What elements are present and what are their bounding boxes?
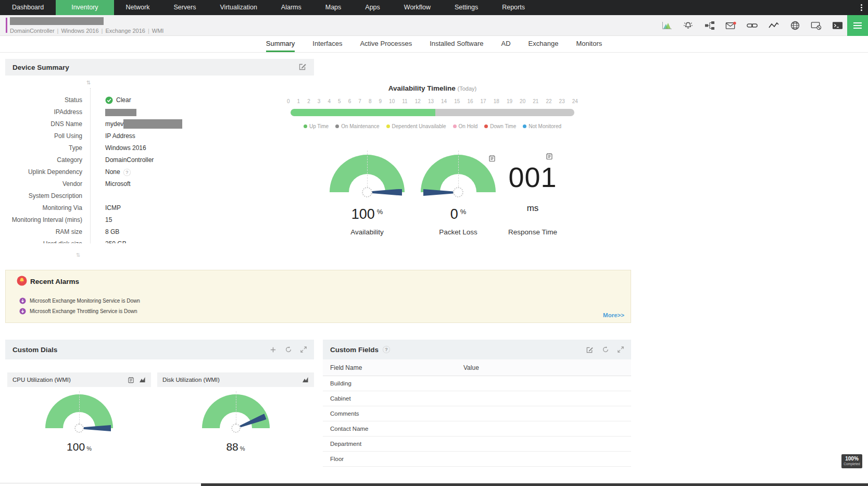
edit-icon[interactable] bbox=[298, 63, 307, 72]
legend-dot bbox=[386, 124, 390, 128]
device-header: DomainController|Windows 2016|Exchange 2… bbox=[0, 15, 868, 36]
nav-item-reports[interactable]: Reports bbox=[490, 0, 537, 15]
sparkline-icon[interactable] bbox=[768, 20, 779, 31]
hour-label: 5 bbox=[338, 98, 341, 104]
custom-dials-title: Custom Dials bbox=[12, 346, 57, 354]
tab-active-processes[interactable]: Active Processes bbox=[360, 36, 412, 52]
report-icon[interactable] bbox=[128, 377, 134, 383]
nav-item-dashboard[interactable]: Dashboard bbox=[0, 0, 56, 15]
kebab-menu-icon[interactable] bbox=[857, 0, 866, 15]
cpu-dial-value: 100% bbox=[7, 441, 151, 453]
nav-item-settings[interactable]: Settings bbox=[443, 0, 490, 15]
hamburger-menu-icon[interactable] bbox=[847, 15, 868, 36]
breadcrumb-item-category[interactable]: DomainController bbox=[10, 28, 55, 34]
hour-label: 17 bbox=[481, 98, 486, 104]
field-row-ipaddress: IPAddress bbox=[5, 106, 314, 118]
packet-loss-label: Packet Loss bbox=[421, 228, 496, 236]
legend-item: Down Time bbox=[484, 123, 516, 129]
cpu-dial-title: CPU Utilization (WMI) bbox=[12, 377, 71, 383]
horizontal-scrollbar[interactable] bbox=[201, 483, 868, 486]
tab-monitors[interactable]: Monitors bbox=[576, 36, 602, 52]
terminal-icon[interactable] bbox=[832, 20, 843, 31]
legend-item: Not Monitored bbox=[523, 123, 561, 129]
help-icon[interactable]: ? bbox=[383, 346, 390, 353]
refresh-icon[interactable] bbox=[285, 346, 292, 353]
help-icon[interactable]: ? bbox=[123, 169, 131, 176]
field-name: Department bbox=[323, 441, 463, 447]
column-field-name: Field Name bbox=[323, 364, 463, 371]
table-row: Comments bbox=[323, 406, 631, 421]
refresh-icon[interactable] bbox=[602, 346, 609, 353]
nav-item-servers[interactable]: Servers bbox=[161, 0, 208, 15]
hour-label: 23 bbox=[559, 98, 565, 104]
collapse-icon[interactable] bbox=[618, 346, 624, 353]
breadcrumb-item-app[interactable]: Exchange 2016 bbox=[105, 28, 145, 34]
custom-fields-header-row: Field Name Value bbox=[323, 359, 631, 376]
field-row-status: Status Clear bbox=[5, 94, 314, 106]
alarm-message[interactable]: Microsoft Exchange Throttling Service is… bbox=[30, 308, 137, 314]
nav-item-virtualization[interactable]: Virtualization bbox=[208, 0, 269, 15]
monitor-disabled-icon[interactable] bbox=[811, 20, 822, 31]
performance-graph-icon[interactable] bbox=[661, 20, 672, 31]
hour-label: 13 bbox=[428, 98, 434, 104]
availability-timeline-title: Availability Timeline (Today) bbox=[291, 84, 574, 92]
edit-icon[interactable] bbox=[586, 346, 594, 354]
field-row-dnsname: DNS Name mydev bbox=[5, 118, 314, 130]
field-name: Floor bbox=[323, 456, 463, 462]
alarm-bell-icon[interactable] bbox=[683, 20, 694, 31]
tab-exchange[interactable]: Exchange bbox=[529, 36, 559, 52]
nav-item-alarms[interactable]: Alarms bbox=[269, 0, 313, 15]
nav-item-network[interactable]: Network bbox=[114, 0, 162, 15]
gauge-centerline bbox=[458, 151, 459, 192]
breadcrumb-item-os[interactable]: Windows 2016 bbox=[61, 28, 98, 34]
globe-icon[interactable] bbox=[789, 20, 800, 31]
topology-icon[interactable] bbox=[704, 20, 715, 31]
collapse-handle-icon[interactable]: ⇅ bbox=[76, 252, 80, 258]
tab-interfaces[interactable]: Interfaces bbox=[312, 36, 342, 52]
alarm-row[interactable]: Microsoft Exchange Monitoring Service is… bbox=[19, 297, 140, 304]
table-row: Building bbox=[323, 376, 631, 391]
alarms-more-link[interactable]: More>> bbox=[603, 312, 624, 318]
hour-label: 14 bbox=[441, 98, 447, 104]
link-icon[interactable] bbox=[747, 20, 758, 31]
service-down-icon bbox=[19, 297, 26, 304]
hour-label: 18 bbox=[494, 98, 499, 104]
field-row-pollusing: Poll Using IP Address bbox=[5, 130, 314, 142]
hour-label: 10 bbox=[389, 98, 395, 104]
availability-timeline-bar[interactable] bbox=[291, 109, 574, 116]
custom-fields-title: Custom Fields bbox=[330, 346, 379, 354]
hour-label: 3 bbox=[318, 98, 321, 104]
gauge-centerline bbox=[236, 391, 236, 428]
collapse-icon[interactable] bbox=[300, 346, 307, 353]
nav-item-apps[interactable]: Apps bbox=[353, 0, 392, 15]
tab-summary[interactable]: Summary bbox=[266, 36, 295, 52]
nav-item-inventory[interactable]: Inventory bbox=[56, 0, 114, 15]
chart-icon[interactable] bbox=[140, 377, 146, 382]
nav-item-workflow[interactable]: Workflow bbox=[392, 0, 443, 15]
table-row: Department bbox=[323, 437, 631, 452]
response-time-unit: ms bbox=[488, 203, 577, 214]
resize-handle-icon[interactable]: ⇅ bbox=[86, 80, 91, 85]
legend-dot bbox=[484, 124, 488, 128]
alarm-message[interactable]: Microsoft Exchange Monitoring Service is… bbox=[30, 298, 140, 304]
nav-item-maps[interactable]: Maps bbox=[313, 0, 354, 15]
legend-dot bbox=[335, 124, 339, 128]
custom-dials-panel: Custom Dials CPU Utilization (WMI) bbox=[5, 340, 314, 486]
timeline-legend: Up Time On Maintenance Dependent Unavail… bbox=[291, 123, 574, 129]
status-clear-icon bbox=[105, 96, 113, 104]
legend-dot bbox=[523, 124, 526, 128]
chart-icon[interactable] bbox=[303, 377, 309, 382]
legend-dot bbox=[453, 124, 457, 128]
dns-name-value: mydev bbox=[105, 118, 123, 130]
add-dial-icon[interactable] bbox=[270, 346, 276, 353]
breadcrumb-item-protocol[interactable]: WMI bbox=[152, 28, 164, 34]
alarm-row[interactable]: Microsoft Exchange Throttling Service is… bbox=[19, 308, 137, 315]
cpu-gauge bbox=[45, 394, 113, 428]
tab-ad[interactable]: AD bbox=[501, 36, 511, 52]
availability-gauge bbox=[330, 155, 405, 192]
disk-dial-card: Disk Utilization (WMI) 88% bbox=[157, 372, 314, 453]
mail-icon[interactable] bbox=[725, 20, 736, 31]
service-down-icon bbox=[19, 308, 26, 315]
ip-redacted bbox=[105, 109, 136, 116]
tab-installed-software[interactable]: Installed Software bbox=[430, 36, 483, 52]
